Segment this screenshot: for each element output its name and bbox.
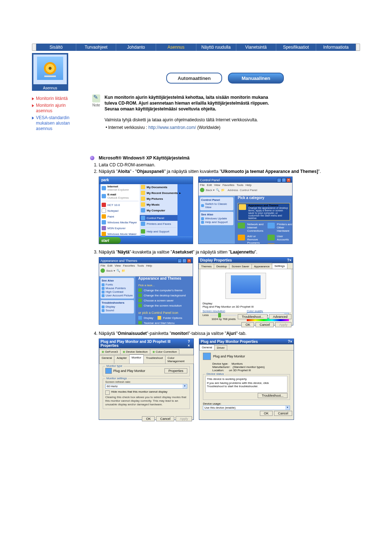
nav-tab-1[interactable]: Turvaohjeet	[76, 44, 116, 51]
section-bullet-icon	[90, 156, 94, 160]
nav-tab-6[interactable]: Spesifikaatiot	[276, 44, 316, 51]
note-label: Note	[90, 103, 102, 107]
step-1: Laita CD CD-ROM-asemaan.	[99, 162, 360, 168]
start-user: park	[99, 177, 193, 184]
start-button: start	[99, 237, 121, 244]
arrow-icon	[32, 104, 34, 107]
sidebar-link-2[interactable]: VESA-standardin mukaisen alustan asennus	[32, 115, 79, 131]
auto-button[interactable]: Automaattinen	[166, 73, 222, 84]
nav-tab-7[interactable]: Informaatiota	[316, 44, 356, 51]
sidebar-link-label: VESA-standardin mukaisen alustan asennus	[36, 115, 79, 131]
note-text: Kun monitorin ajurin käyttöjärjestelmä k…	[102, 94, 269, 112]
screenshot-start-menu: park InternetInternet Explorer E-mailOut…	[99, 177, 193, 244]
nav-cap-right	[356, 44, 360, 51]
nav-tab-2[interactable]: Johdanto	[116, 44, 156, 51]
screenshot-appearance-tasks: Appearance and Themes _□× FileEditViewFa…	[99, 257, 193, 325]
nav-tab-3[interactable]: Asennus	[156, 44, 196, 51]
manual-button[interactable]: Manuaalinen	[228, 73, 284, 84]
sidebar-thumbnail: Asennus	[32, 53, 68, 91]
sidebar-link-0[interactable]: Monitorin liitäntä	[32, 96, 79, 101]
sidebar-link-label: Monitorin liitäntä	[36, 96, 68, 101]
screenshot-control-panel: Control Panel _□× FileEditViewFavoritesT…	[198, 177, 293, 244]
arrow-icon	[32, 117, 34, 119]
intro-paragraph: Valmista tyhjä disketti ja lataa ajurin …	[105, 117, 360, 123]
screenshot-advanced-props: Plug and Play Monitor and 3D Prophet III…	[99, 339, 194, 420]
bullet-icon: •	[105, 125, 108, 130]
nav-tab-5[interactable]: Vianetsintä	[236, 44, 276, 51]
sidebar: Asennus Monitorin liitäntä Monitorin aju…	[32, 52, 79, 425]
sidebar-link-label: Monitorin ajurin asennus	[36, 103, 79, 114]
sidebar-thumb-label: Asennus	[32, 86, 68, 90]
nav-tab-0[interactable]: Sisältö	[36, 44, 76, 51]
note-icon: Note	[90, 94, 102, 107]
nav-cap-left	[32, 44, 36, 51]
internet-bullet: • Internet verkkosivu : http://www.samtr…	[105, 125, 360, 130]
screenshot-display-properties: Display Properties ?× Themes Desktop Scr…	[198, 257, 293, 325]
flower-icon	[44, 62, 56, 74]
content: Automaattinen Manuaalinen Note Kun monit…	[79, 52, 360, 425]
sidebar-link-1[interactable]: Monitorin ajurin asennus	[32, 103, 79, 114]
step-2: Näpäytä "Aloita" - "Ohjauspaneli" ja näp…	[99, 169, 360, 174]
bullet-prefix: Internet verkkosivu :	[108, 125, 148, 130]
step-4: Näpäytä "Ominaisuudet"-painiketta "monit…	[99, 331, 360, 336]
screenshot-driver-props: Plug and Play Monitor Properties ?× Gene…	[199, 339, 294, 420]
top-nav: Sisältö Turvaohjeet Johdanto Asennus Näy…	[32, 44, 360, 51]
nav-tab-4[interactable]: Näyttö ruudulla	[196, 44, 236, 51]
samtron-link[interactable]: http://www.samtron.com/	[148, 125, 196, 130]
sidebar-links: Monitorin liitäntä Monitorin ajurin asen…	[32, 96, 79, 131]
section-title: Microsoft® Windows® XP Käyttöjärjestelmä	[99, 155, 189, 161]
bullet-suffix: (Worldwide)	[196, 125, 220, 130]
nav-bar: Sisältö Turvaohjeet Johdanto Asennus Näy…	[36, 44, 356, 51]
arrow-icon	[32, 97, 34, 100]
step-3: Näpäytä "Näytä"-kuvaketta ja valitse "As…	[99, 249, 360, 255]
